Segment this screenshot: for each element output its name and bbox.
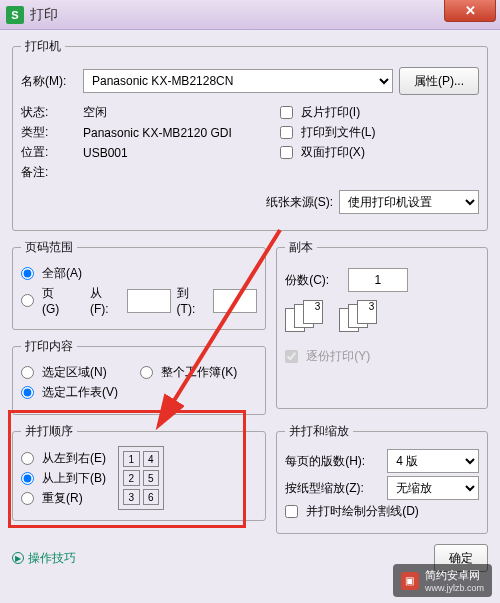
range-all-radio[interactable] [21,267,34,280]
sel-area-radio[interactable] [21,366,34,379]
range-legend: 页码范围 [21,239,77,256]
from-input[interactable] [127,289,171,313]
order-cell: 1 [123,451,140,467]
order-tb-radio[interactable] [21,472,34,485]
per-page-select[interactable]: 4 版 [387,449,479,473]
order-repeat-label: 重复(R) [42,490,83,507]
watermark-logo-icon: ▣ [401,572,419,590]
whole-wb-label: 整个工作簿(K) [161,364,237,381]
content-legend: 打印内容 [21,338,77,355]
name-label: 名称(M): [21,73,77,90]
paper-source-select[interactable]: 使用打印机设置 [339,190,479,214]
status-label: 状态: [21,104,77,121]
order-legend: 并打顺序 [21,423,77,440]
order-cell: 4 [143,451,160,467]
order-group: 并打顺序 从左到右(E) 从上到下(B) 重复(R) 1 4 2 5 3 6 [12,423,266,521]
to-label: 到(T): [177,285,208,316]
order-lr-label: 从左到右(E) [42,450,106,467]
app-icon: S [6,6,24,24]
per-page-label: 每页的版数(H): [285,453,381,470]
range-pages-radio[interactable] [21,294,34,307]
copies-count-label: 份数(C): [285,272,329,289]
titlebar: S 打印 ✕ [0,0,500,30]
close-button[interactable]: ✕ [444,0,496,22]
tofile-checkbox[interactable] [280,126,293,139]
where-label: 位置: [21,144,77,161]
order-cell: 6 [143,489,160,505]
paper-source-label: 纸张来源(S): [266,194,333,211]
to-input[interactable] [213,289,257,313]
reverse-checkbox[interactable] [280,106,293,119]
collate-checkbox [285,350,298,363]
scale-legend: 并打和缩放 [285,423,353,440]
window-title: 打印 [30,6,58,24]
collate-icon-2: 123 [339,300,379,336]
play-icon: ▶ [12,552,24,564]
order-preview: 1 4 2 5 3 6 [118,446,164,510]
where-value: USB001 [83,146,128,160]
watermark-site: www.jylzb.com [425,583,484,593]
sel-area-label: 选定区域(N) [42,364,107,381]
range-all-label: 全部(A) [42,265,82,282]
draw-lines-checkbox[interactable] [285,505,298,518]
order-cell: 3 [123,489,140,505]
whole-wb-radio[interactable] [140,366,153,379]
by-paper-select[interactable]: 无缩放 [387,476,479,500]
collate-label: 逐份打印(Y) [306,348,370,365]
order-tb-label: 从上到下(B) [42,470,106,487]
status-value: 空闲 [83,104,107,121]
order-cell: 5 [143,470,160,486]
copies-group: 副本 份数(C): 123 123 逐份打印(Y) [276,239,488,409]
tofile-label: 打印到文件(L) [301,124,376,141]
order-repeat-radio[interactable] [21,492,34,505]
printer-legend: 打印机 [21,38,65,55]
type-value: Panasonic KX-MB2120 GDI [83,126,232,140]
watermark: ▣ 简约安卓网 www.jylzb.com [393,564,492,597]
from-label: 从(F): [90,285,121,316]
type-label: 类型: [21,124,77,141]
duplex-checkbox[interactable] [280,146,293,159]
order-cell: 2 [123,470,140,486]
printer-group: 打印机 名称(M): Panasonic KX-MB2128CN 属性(P)..… [12,38,488,231]
sel-sheet-label: 选定工作表(V) [42,384,118,401]
tips-label: 操作技巧 [28,550,76,567]
reverse-label: 反片打印(I) [301,104,360,121]
content-group: 打印内容 选定区域(N) 整个工作簿(K) 选定工作表(V) [12,338,266,415]
comment-label: 备注: [21,164,77,181]
collate-icon-1: 123 [285,300,325,336]
range-pages-label: 页(G) [42,285,71,316]
sel-sheet-radio[interactable] [21,386,34,399]
by-paper-label: 按纸型缩放(Z): [285,480,381,497]
draw-lines-label: 并打时绘制分割线(D) [306,503,419,520]
copies-count-input[interactable] [348,268,408,292]
printer-name-select[interactable]: Panasonic KX-MB2128CN [83,69,393,93]
watermark-brand: 简约安卓网 [425,568,484,583]
properties-button[interactable]: 属性(P)... [399,67,479,95]
tips-link[interactable]: ▶ 操作技巧 [12,550,76,567]
range-group: 页码范围 全部(A) 页(G) 从(F): 到(T): [12,239,266,330]
copies-legend: 副本 [285,239,317,256]
duplex-label: 双面打印(X) [301,144,365,161]
order-lr-radio[interactable] [21,452,34,465]
scale-group: 并打和缩放 每页的版数(H):4 版 按纸型缩放(Z):无缩放 并打时绘制分割线… [276,423,488,534]
